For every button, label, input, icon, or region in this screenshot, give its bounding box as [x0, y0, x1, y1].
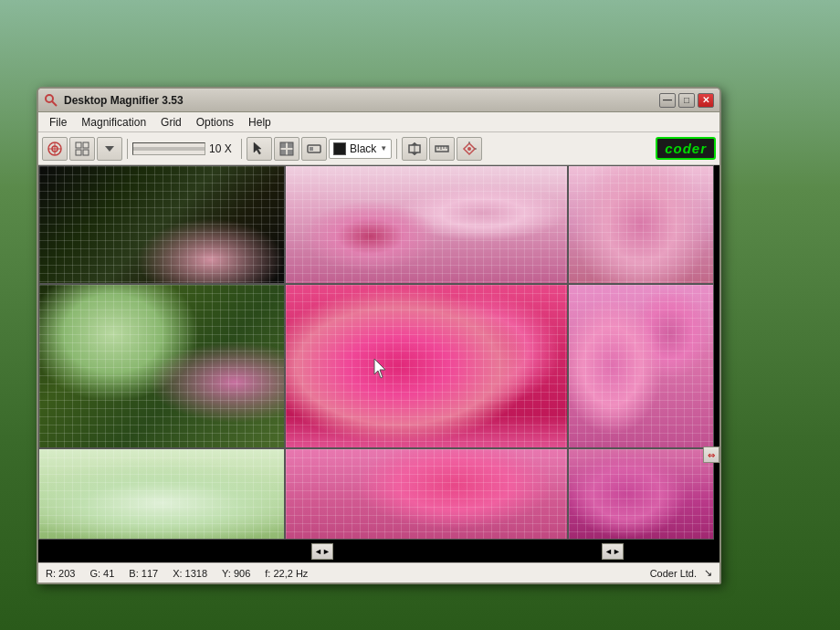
- svg-marker-11: [254, 142, 261, 154]
- svg-rect-6: [76, 142, 81, 148]
- status-company: Coder Ltd.: [650, 568, 697, 579]
- svg-marker-10: [105, 146, 114, 152]
- svg-rect-18: [310, 147, 313, 151]
- ruler-button[interactable]: [429, 137, 455, 161]
- grid-cell-mid-left: [38, 284, 285, 448]
- menu-bar: File Magnification Grid Options Help: [38, 112, 719, 132]
- v-scroll-arrow-1[interactable]: ⇔: [703, 446, 719, 463]
- svg-point-28: [467, 147, 471, 151]
- minimize-button[interactable]: —: [659, 93, 676, 108]
- status-x: X: 1318: [173, 568, 207, 579]
- h-scroll-btn-1[interactable]: ◄►: [311, 543, 333, 560]
- close-button[interactable]: ✕: [698, 93, 714, 108]
- svg-point-0: [46, 95, 53, 102]
- dropdown-arrow-icon: ▼: [380, 144, 387, 152]
- svg-marker-22: [411, 152, 418, 155]
- freeze-button[interactable]: [301, 137, 327, 161]
- grid-view-button[interactable]: [274, 137, 299, 161]
- color-name-label: Black: [350, 142, 376, 155]
- content-area: ⇔ ⇔ ◄► ◄►: [38, 165, 719, 562]
- zoom-value: 10 X: [209, 142, 236, 155]
- menu-file[interactable]: File: [42, 114, 74, 131]
- svg-rect-12: [280, 142, 286, 148]
- grid-cell-bot-left: [38, 448, 285, 540]
- grid-cell-bot-mid: [285, 448, 568, 540]
- window-controls: — □ ✕: [659, 93, 714, 108]
- zoom-slider[interactable]: [132, 142, 205, 155]
- grid-cell-bot-right: [568, 448, 714, 540]
- app-icon: [44, 93, 58, 108]
- svg-rect-15: [288, 150, 293, 155]
- maximize-button[interactable]: □: [678, 93, 695, 108]
- grid-cell-top-mid: [285, 165, 568, 284]
- h-scroll-btn-2[interactable]: ◄►: [602, 543, 624, 560]
- status-y: Y: 906: [222, 568, 250, 579]
- color-dropdown[interactable]: Black ▼: [329, 139, 392, 159]
- svg-rect-8: [76, 150, 81, 155]
- grid-cell-mid-right: [568, 284, 714, 448]
- grid-cell-mid-mid: [285, 284, 568, 448]
- grid-button[interactable]: [69, 137, 95, 161]
- stretch-button[interactable]: [402, 137, 427, 161]
- svg-rect-13: [288, 142, 293, 148]
- coder-logo: coder: [656, 137, 716, 160]
- menu-magnification[interactable]: Magnification: [74, 114, 153, 131]
- menu-grid[interactable]: Grid: [153, 114, 189, 131]
- image-grid: [38, 165, 719, 562]
- toolbar-separator-3: [396, 139, 397, 159]
- toolbar-separator-2: [241, 139, 242, 159]
- cursor-tool-button[interactable]: [247, 137, 272, 161]
- status-right: Coder Ltd. ↘: [650, 567, 712, 579]
- color-swatch: [333, 142, 346, 155]
- color-picker-button[interactable]: [457, 137, 482, 161]
- status-scroll-icon: ↘: [704, 567, 712, 579]
- svg-rect-14: [280, 150, 286, 155]
- zoom-slider-area: 10 X: [132, 142, 236, 155]
- status-bar: R: 203 G: 41 B: 117 X: 1318 Y: 906 f: 22…: [38, 562, 719, 583]
- svg-line-1: [52, 101, 57, 106]
- target-button[interactable]: [42, 137, 68, 161]
- status-r: R: 203: [46, 568, 75, 579]
- grid-cell-top-right: [568, 165, 714, 284]
- down-arrow-button[interactable]: [97, 137, 122, 161]
- menu-options[interactable]: Options: [189, 114, 241, 131]
- svg-rect-7: [83, 142, 89, 148]
- menu-help[interactable]: Help: [241, 114, 278, 131]
- status-g: G: 41: [89, 568, 114, 579]
- toolbar: 10 X: [38, 132, 719, 165]
- toolbar-separator-1: [127, 139, 128, 159]
- title-bar: Desktop Magnifier 3.53 — □ ✕: [38, 89, 719, 112]
- window-title: Desktop Magnifier 3.53: [64, 94, 659, 107]
- svg-marker-21: [411, 142, 418, 145]
- svg-rect-9: [83, 150, 89, 155]
- grid-cell-top-left: [38, 165, 285, 284]
- status-b: B: 117: [129, 568, 158, 579]
- app-window: Desktop Magnifier 3.53 — □ ✕ File Magnif…: [37, 87, 721, 584]
- status-freq: f: 22,2 Hz: [265, 568, 308, 579]
